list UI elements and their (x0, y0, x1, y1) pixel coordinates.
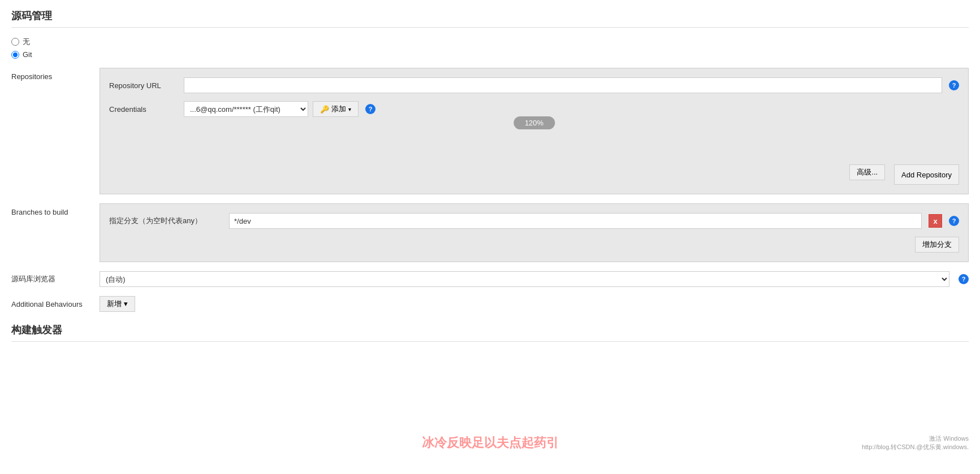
repositories-section: Repositories Repository URL ? Credential… (11, 68, 969, 194)
dropdown-arrow-icon: ▾ (348, 106, 351, 112)
branches-content: 指定分支（为空时代表any） x ? 增加分支 (100, 203, 969, 262)
repo-url-label: Repository URL (109, 81, 177, 90)
add-credentials-button[interactable]: 🔑 添加 ▾ (313, 101, 359, 117)
branches-label: Branches to build (11, 203, 90, 216)
radio-git-label: Git (23, 50, 32, 59)
branch-add-button-row: 增加分支 (109, 237, 959, 253)
repo-buttons-area: 120% 高级... Add Repository (109, 125, 959, 185)
source-browser-section: 源码库浏览器 (自动) ? (11, 271, 969, 287)
source-browser-help-icon[interactable]: ? (959, 274, 969, 284)
radio-git-input[interactable] (11, 51, 19, 59)
radio-none-label: 无 (23, 37, 30, 47)
branch-input[interactable] (229, 213, 922, 229)
credentials-help-icon[interactable]: ? (365, 104, 375, 114)
add-credentials-label: 添加 (331, 104, 346, 114)
credentials-controls: ...6@qq.com/****** (工作qit) 🔑 添加 ▾ (184, 101, 359, 117)
repositories-label: Repositories (11, 68, 90, 81)
advanced-button[interactable]: 高级... (849, 164, 885, 180)
key-icon: 🔑 (320, 105, 329, 114)
repo-url-help-icon[interactable]: ? (949, 80, 959, 90)
additional-behaviours-label: Additional Behaviours (11, 300, 90, 308)
repo-url-input[interactable] (184, 77, 942, 93)
credentials-label: Credentials (109, 105, 177, 114)
add-repository-button[interactable]: Add Repository (894, 164, 959, 185)
radio-none-input[interactable] (11, 38, 19, 46)
new-add-button[interactable]: 新增 ▾ (100, 296, 135, 312)
page-title: 源码管理 (11, 9, 969, 28)
branch-field-label: 指定分支（为空时代表any） (109, 216, 222, 226)
credentials-row: Credentials ...6@qq.com/****** (工作qit) 🔑… (109, 101, 959, 117)
add-branch-button[interactable]: 增加分支 (915, 237, 959, 253)
repo-action-buttons: 高级... Add Repository (109, 164, 959, 185)
progress-badge: 120% (513, 116, 555, 129)
source-browser-label: 源码库浏览器 (11, 274, 90, 284)
repositories-content: Repository URL ? Credentials ...6@qq.com… (100, 68, 969, 194)
branch-row: 指定分支（为空时代表any） x ? (109, 213, 959, 229)
branch-help-icon[interactable]: ? (949, 216, 959, 226)
additional-behaviours-section: Additional Behaviours 新增 ▾ (11, 296, 969, 312)
source-control-radio-group: 无 Git (11, 37, 969, 59)
new-add-label: 新增 ▾ (107, 299, 128, 309)
repo-url-row: Repository URL ? (109, 77, 959, 93)
radio-git-item[interactable]: Git (11, 50, 969, 59)
source-browser-select[interactable]: (自动) (100, 271, 949, 287)
radio-none-item[interactable]: 无 (11, 37, 969, 47)
credentials-select[interactable]: ...6@qq.com/****** (工作qit) (184, 101, 308, 117)
branches-section: Branches to build 指定分支（为空时代表any） x ? 增加分… (11, 203, 969, 262)
delete-branch-button[interactable]: x (929, 214, 942, 228)
trigger-title: 构建触发器 (11, 323, 969, 342)
